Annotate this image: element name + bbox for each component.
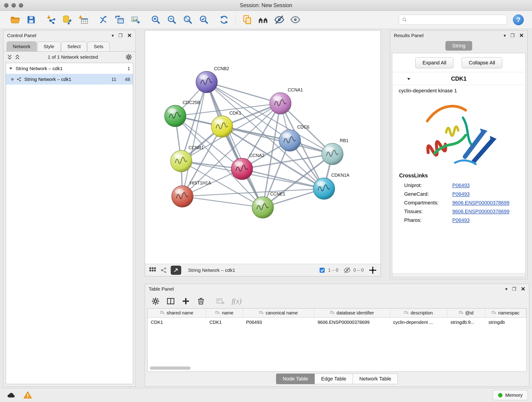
import-table-button[interactable] (77, 13, 90, 26)
clone-network-button[interactable] (113, 13, 126, 26)
table-menu-icon[interactable]: ▾ (505, 287, 507, 291)
crosslink-value-link[interactable]: 9606.ENSP00000378699 (452, 209, 510, 215)
results-scrollbar[interactable] (392, 273, 525, 277)
new-network-button[interactable] (97, 13, 110, 26)
move-crosshair-icon[interactable] (369, 266, 377, 274)
results-menu-icon[interactable]: ▾ (504, 33, 506, 38)
tab-network[interactable]: Network (7, 41, 37, 51)
copy-document-button[interactable] (241, 13, 254, 26)
maximize-window-button[interactable] (19, 3, 23, 7)
gear-icon[interactable] (125, 54, 132, 61)
crosslink-value-link[interactable]: P06493 (452, 217, 470, 223)
memory-button[interactable]: Memory (493, 390, 528, 400)
gene-description: cyclin-dependent kinase 1 (392, 85, 525, 95)
network-edge[interactable] (182, 196, 263, 207)
tab-sets[interactable]: Sets (88, 41, 109, 51)
collapse-all-button[interactable]: Collapse All (462, 57, 502, 68)
column-header-label: shared name (167, 310, 193, 316)
network-canvas[interactable]: CCNB2CCNA1CDC25BCDK1CDC6RB1CCNB1CCNA2CDK… (145, 31, 380, 264)
show-columns-icon[interactable] (167, 297, 175, 305)
network-row[interactable]: String Network – cdk1 11 48 (6, 74, 133, 85)
share-view-icon[interactable] (160, 267, 167, 274)
open-session-button[interactable] (9, 13, 22, 26)
network-edge[interactable] (207, 82, 263, 207)
warnings-button[interactable] (21, 390, 34, 400)
column-header-shared-name[interactable]: shared name (147, 308, 206, 317)
node-table: shared namenamecanonical namedatabase id… (147, 308, 527, 372)
network-collection-label: String Network – cdk1 (16, 66, 63, 71)
zoom-fit-button[interactable] (181, 13, 194, 26)
column-header-namespac[interactable]: namespac (485, 308, 526, 317)
hidden-eye-slash-icon[interactable] (343, 267, 351, 274)
tab-edge-table[interactable]: Edge Table (315, 374, 353, 384)
tab-string[interactable]: String (445, 41, 472, 51)
grid-view-icon[interactable] (149, 266, 157, 274)
expand-all-button[interactable]: Expand All (415, 57, 453, 68)
import-network-database-button[interactable] (61, 13, 74, 26)
show-all-button[interactable] (289, 13, 302, 26)
search-input[interactable] (410, 17, 504, 22)
zoom-selected-button[interactable] (197, 13, 210, 26)
first-neighbors-button[interactable] (257, 13, 270, 26)
column-header-name[interactable]: name (206, 308, 243, 317)
column-header--id[interactable]: @id (447, 308, 485, 317)
cloud-status-button[interactable] (4, 390, 17, 400)
gene-section-header[interactable]: CDK1 (392, 72, 525, 85)
help-button[interactable]: ? (513, 14, 524, 25)
column-sort-icon (492, 311, 496, 315)
control-panel: Control Panel ▾ ❐ ✕ Network Style Select… (3, 30, 136, 387)
save-session-button[interactable] (25, 13, 38, 26)
panel-float-icon[interactable]: ❐ (119, 33, 123, 38)
tab-style[interactable]: Style (37, 41, 60, 51)
panel-close-icon[interactable]: ✕ (127, 32, 132, 39)
tab-select[interactable]: Select (61, 41, 87, 51)
hide-selected-button[interactable] (273, 13, 286, 26)
column-header-database-identifier[interactable]: database identifier (314, 308, 390, 317)
function-builder-button[interactable]: f(x) (232, 297, 241, 305)
table-gear-icon[interactable] (152, 297, 160, 305)
crosslink-value-link[interactable]: P06493 (452, 191, 470, 197)
toolbar-separator (235, 14, 236, 26)
selected-checkbox-icon[interactable] (319, 267, 325, 274)
zoom-group (146, 13, 214, 26)
delete-column-icon[interactable] (197, 297, 205, 305)
eye-slash-icon (274, 14, 285, 25)
network-edge[interactable] (222, 127, 332, 154)
cloud-icon (6, 391, 15, 400)
zoom-in-button[interactable] (149, 13, 162, 26)
documents-icon (242, 15, 252, 25)
crosslink-value-link[interactable]: P06493 (452, 182, 470, 188)
results-float-icon[interactable]: ❐ (510, 33, 515, 38)
gene-disclosure-icon[interactable] (406, 77, 411, 81)
network-edge[interactable] (182, 82, 207, 196)
disclosure-triangle-icon[interactable] (9, 66, 13, 70)
results-panel-header: Results Panel ▾ ❐ ✕ (390, 31, 527, 41)
refresh-view-button[interactable] (218, 13, 230, 26)
column-header-description[interactable]: description (390, 308, 447, 317)
table-panel-title: Table Panel (149, 286, 174, 292)
network-label: String Network – cdk1 (24, 77, 71, 82)
clone-network-icon (114, 15, 125, 25)
table-close-icon[interactable]: ✕ (521, 286, 525, 292)
export-image-button[interactable] (129, 13, 142, 26)
tab-node-table[interactable]: Node Table (276, 374, 315, 384)
table-row[interactable]: CDK1CDK1P064939606.ENSP00000378699cyclin… (147, 318, 526, 327)
import-network-database-icon (62, 15, 72, 25)
expand-all-icon[interactable] (14, 54, 20, 60)
minimize-window-button[interactable] (12, 3, 16, 7)
results-close-icon[interactable]: ✕ (519, 32, 524, 39)
open-in-new-button[interactable] (171, 266, 181, 275)
import-network-file-button[interactable] (45, 13, 58, 26)
network-tools-group (94, 13, 146, 26)
table-float-icon[interactable]: ❐ (512, 287, 516, 291)
collapse-all-icon[interactable] (7, 54, 13, 60)
zoom-out-button[interactable] (165, 13, 178, 26)
crosslink-value-link[interactable]: 9606.ENSP00000378699 (452, 200, 510, 206)
tab-network-table[interactable]: Network Table (353, 374, 398, 384)
close-window-button[interactable] (4, 3, 8, 7)
table-horizontal-scrollbar[interactable] (150, 366, 191, 370)
panel-menu-icon[interactable]: ▾ (112, 33, 114, 38)
add-column-icon[interactable] (182, 297, 190, 305)
network-collection-row[interactable]: String Network – cdk1 1 (6, 63, 133, 74)
column-header-canonical-name[interactable]: canonical name (243, 308, 314, 317)
